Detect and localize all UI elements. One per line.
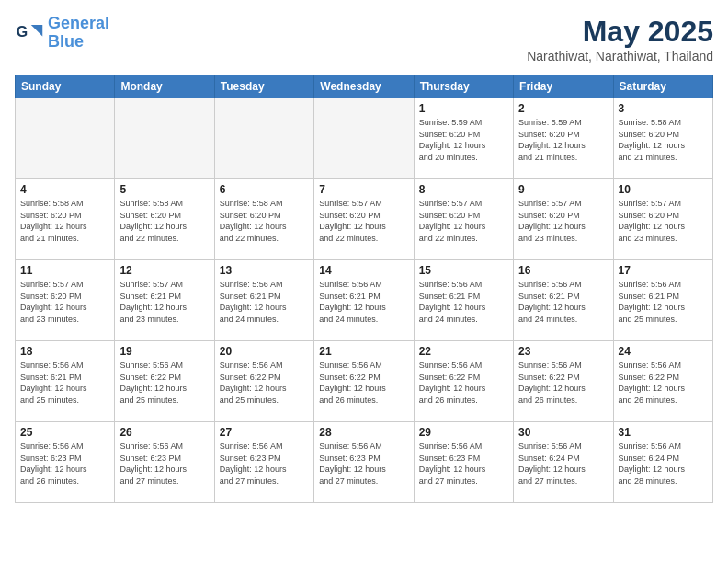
logo: G General Blue	[15, 15, 109, 52]
day-number: 20	[220, 345, 309, 358]
day-number: 23	[518, 345, 608, 358]
day-info: Sunrise: 5:56 AM Sunset: 6:24 PM Dayligh…	[619, 441, 708, 487]
day-number: 14	[319, 264, 408, 277]
day-info: Sunrise: 5:56 AM Sunset: 6:21 PM Dayligh…	[319, 279, 408, 325]
day-info: Sunrise: 5:58 AM Sunset: 6:20 PM Dayligh…	[119, 198, 209, 244]
calendar-cell: 7Sunrise: 5:57 AM Sunset: 6:20 PM Daylig…	[314, 179, 414, 260]
calendar-cell: 27Sunrise: 5:56 AM Sunset: 6:23 PM Dayli…	[214, 422, 313, 503]
weekday-header-friday: Friday	[514, 75, 613, 98]
calendar-cell: 30Sunrise: 5:56 AM Sunset: 6:24 PM Dayli…	[514, 422, 613, 503]
day-number: 13	[220, 264, 309, 277]
week-row-2: 4Sunrise: 5:58 AM Sunset: 6:20 PM Daylig…	[16, 179, 713, 260]
calendar-cell: 19Sunrise: 5:56 AM Sunset: 6:22 PM Dayli…	[115, 341, 214, 422]
day-number: 12	[119, 264, 209, 277]
calendar-cell: 10Sunrise: 5:57 AM Sunset: 6:20 PM Dayli…	[613, 179, 712, 260]
calendar-cell: 6Sunrise: 5:58 AM Sunset: 6:20 PM Daylig…	[214, 179, 313, 260]
day-number: 30	[518, 426, 608, 439]
day-number: 21	[319, 345, 408, 358]
day-info: Sunrise: 5:56 AM Sunset: 6:21 PM Dayligh…	[518, 279, 608, 325]
svg-marker-1	[31, 25, 42, 36]
calendar-cell: 17Sunrise: 5:56 AM Sunset: 6:21 PM Dayli…	[613, 260, 712, 341]
calendar-cell: 23Sunrise: 5:56 AM Sunset: 6:22 PM Dayli…	[514, 341, 613, 422]
day-info: Sunrise: 5:56 AM Sunset: 6:23 PM Dayligh…	[419, 441, 508, 487]
day-info: Sunrise: 5:57 AM Sunset: 6:20 PM Dayligh…	[319, 198, 408, 244]
calendar-table: SundayMondayTuesdayWednesdayThursdayFrid…	[15, 75, 713, 503]
calendar-cell: 13Sunrise: 5:56 AM Sunset: 6:21 PM Dayli…	[214, 260, 313, 341]
day-number: 25	[20, 426, 109, 439]
day-info: Sunrise: 5:58 AM Sunset: 6:20 PM Dayligh…	[20, 198, 109, 244]
calendar-cell: 8Sunrise: 5:57 AM Sunset: 6:20 PM Daylig…	[414, 179, 513, 260]
calendar-cell: 28Sunrise: 5:56 AM Sunset: 6:23 PM Dayli…	[314, 422, 414, 503]
calendar-cell: 18Sunrise: 5:56 AM Sunset: 6:21 PM Dayli…	[16, 341, 115, 422]
day-info: Sunrise: 5:56 AM Sunset: 6:23 PM Dayligh…	[20, 441, 109, 487]
calendar-cell	[314, 98, 414, 179]
day-number: 18	[20, 345, 109, 358]
day-number: 31	[619, 426, 708, 439]
calendar-cell: 15Sunrise: 5:56 AM Sunset: 6:21 PM Dayli…	[414, 260, 513, 341]
day-number: 8	[419, 183, 508, 196]
day-number: 24	[619, 345, 708, 358]
week-row-4: 18Sunrise: 5:56 AM Sunset: 6:21 PM Dayli…	[16, 341, 713, 422]
day-number: 3	[619, 102, 708, 115]
week-row-3: 11Sunrise: 5:57 AM Sunset: 6:20 PM Dayli…	[16, 260, 713, 341]
day-number: 4	[20, 183, 109, 196]
day-info: Sunrise: 5:57 AM Sunset: 6:20 PM Dayligh…	[20, 279, 109, 325]
day-info: Sunrise: 5:56 AM Sunset: 6:21 PM Dayligh…	[619, 279, 708, 325]
calendar-cell: 31Sunrise: 5:56 AM Sunset: 6:24 PM Dayli…	[613, 422, 712, 503]
svg-text:G: G	[17, 23, 28, 39]
day-number: 19	[119, 345, 209, 358]
calendar-cell: 9Sunrise: 5:57 AM Sunset: 6:20 PM Daylig…	[514, 179, 613, 260]
logo-text: General Blue	[48, 15, 109, 52]
calendar-cell: 3Sunrise: 5:58 AM Sunset: 6:20 PM Daylig…	[613, 98, 712, 179]
calendar-cell: 16Sunrise: 5:56 AM Sunset: 6:21 PM Dayli…	[514, 260, 613, 341]
day-info: Sunrise: 5:56 AM Sunset: 6:22 PM Dayligh…	[119, 360, 209, 406]
day-info: Sunrise: 5:56 AM Sunset: 6:21 PM Dayligh…	[419, 279, 508, 325]
day-number: 11	[20, 264, 109, 277]
day-number: 29	[419, 426, 508, 439]
day-number: 28	[319, 426, 408, 439]
week-row-1: 1Sunrise: 5:59 AM Sunset: 6:20 PM Daylig…	[16, 98, 713, 179]
logo-icon: G	[15, 18, 44, 48]
weekday-header-saturday: Saturday	[613, 75, 712, 98]
calendar-cell: 11Sunrise: 5:57 AM Sunset: 6:20 PM Dayli…	[16, 260, 115, 341]
main-title: May 2025	[527, 15, 713, 49]
day-info: Sunrise: 5:56 AM Sunset: 6:23 PM Dayligh…	[220, 441, 309, 487]
day-info: Sunrise: 5:56 AM Sunset: 6:23 PM Dayligh…	[119, 441, 209, 487]
calendar-cell: 14Sunrise: 5:56 AM Sunset: 6:21 PM Dayli…	[314, 260, 414, 341]
day-info: Sunrise: 5:59 AM Sunset: 6:20 PM Dayligh…	[419, 117, 508, 163]
day-info: Sunrise: 5:56 AM Sunset: 6:22 PM Dayligh…	[518, 360, 608, 406]
weekday-header-sunday: Sunday	[16, 75, 115, 98]
subtitle: Narathiwat, Narathiwat, Thailand	[527, 49, 713, 63]
calendar-cell: 2Sunrise: 5:59 AM Sunset: 6:20 PM Daylig…	[514, 98, 613, 179]
day-number: 9	[518, 183, 608, 196]
calendar-cell: 5Sunrise: 5:58 AM Sunset: 6:20 PM Daylig…	[115, 179, 214, 260]
day-info: Sunrise: 5:57 AM Sunset: 6:21 PM Dayligh…	[119, 279, 209, 325]
day-info: Sunrise: 5:56 AM Sunset: 6:22 PM Dayligh…	[419, 360, 508, 406]
day-number: 26	[119, 426, 209, 439]
day-number: 27	[220, 426, 309, 439]
title-area: May 2025 Narathiwat, Narathiwat, Thailan…	[527, 15, 713, 63]
calendar-cell: 21Sunrise: 5:56 AM Sunset: 6:22 PM Dayli…	[314, 341, 414, 422]
calendar-cell	[214, 98, 313, 179]
day-number: 16	[518, 264, 608, 277]
calendar-cell	[115, 98, 214, 179]
weekday-header-wednesday: Wednesday	[314, 75, 414, 98]
weekday-header-tuesday: Tuesday	[214, 75, 313, 98]
day-number: 7	[319, 183, 408, 196]
calendar-cell	[16, 98, 115, 179]
day-number: 5	[119, 183, 209, 196]
weekday-header-thursday: Thursday	[414, 75, 513, 98]
calendar-cell: 22Sunrise: 5:56 AM Sunset: 6:22 PM Dayli…	[414, 341, 513, 422]
day-info: Sunrise: 5:56 AM Sunset: 6:22 PM Dayligh…	[220, 360, 309, 406]
day-info: Sunrise: 5:57 AM Sunset: 6:20 PM Dayligh…	[518, 198, 608, 244]
day-info: Sunrise: 5:56 AM Sunset: 6:21 PM Dayligh…	[20, 360, 109, 406]
calendar-cell: 24Sunrise: 5:56 AM Sunset: 6:22 PM Dayli…	[613, 341, 712, 422]
day-number: 10	[619, 183, 708, 196]
day-info: Sunrise: 5:56 AM Sunset: 6:22 PM Dayligh…	[319, 360, 408, 406]
day-info: Sunrise: 5:56 AM Sunset: 6:21 PM Dayligh…	[220, 279, 309, 325]
day-number: 15	[419, 264, 508, 277]
weekday-header-row: SundayMondayTuesdayWednesdayThursdayFrid…	[16, 75, 713, 98]
day-info: Sunrise: 5:57 AM Sunset: 6:20 PM Dayligh…	[619, 198, 708, 244]
day-info: Sunrise: 5:57 AM Sunset: 6:20 PM Dayligh…	[419, 198, 508, 244]
day-info: Sunrise: 5:56 AM Sunset: 6:22 PM Dayligh…	[619, 360, 708, 406]
